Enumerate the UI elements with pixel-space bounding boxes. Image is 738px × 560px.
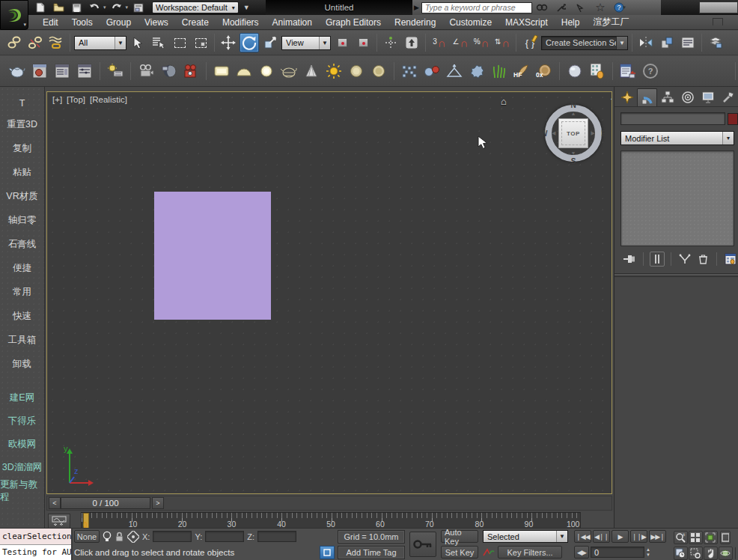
sidebar-button-unload[interactable]: 卸载 [0, 352, 44, 376]
molecule-object-button[interactable] [422, 61, 442, 81]
sphere-light-button[interactable] [257, 61, 276, 81]
zoom-button[interactable]: ± [674, 531, 688, 544]
time-tag-none-button[interactable]: None [74, 530, 100, 543]
viewcube-arrow-left-icon[interactable]: ◀ [552, 130, 555, 136]
menu-animation[interactable]: Animation [266, 16, 319, 29]
time-slider-prev-button[interactable]: < [49, 497, 61, 509]
modifier-stack[interactable] [620, 150, 734, 246]
keyboard-shortcut-override-button[interactable] [402, 33, 421, 52]
maxscript-mini-listener[interactable]: clearSelection Testing for AU( [0, 529, 73, 560]
menu-views[interactable]: Views [138, 16, 175, 29]
tab-create[interactable] [617, 88, 637, 106]
infocenter-search-input[interactable] [421, 2, 532, 13]
teapot-object-button[interactable] [279, 61, 299, 81]
menu-graph-editors[interactable]: Graph Editors [319, 16, 388, 29]
normal-align-button[interactable] [445, 61, 464, 81]
spot-light-button[interactable] [302, 61, 321, 81]
spinner-snap-toggle-button[interactable]: ⇅∩ [492, 33, 512, 52]
project-folder-button[interactable] [131, 1, 146, 13]
spinner-down-icon[interactable]: ▼ [646, 553, 650, 557]
selection-lock-toggle[interactable] [115, 531, 124, 542]
mini-curve-editor-button[interactable] [48, 514, 70, 529]
infocenter-collapse-icon[interactable]: ▶ [414, 4, 419, 11]
isolate-selection-button[interactable] [320, 546, 335, 559]
zoom-extents-button[interactable] [704, 531, 718, 544]
z-coordinate-field[interactable] [257, 531, 296, 542]
viewcube-north-label[interactable]: N [570, 101, 576, 109]
maximize-viewport-toggle-button[interactable] [735, 547, 736, 560]
time-configuration-button[interactable] [674, 547, 688, 560]
menu-help[interactable]: Help [555, 16, 587, 29]
absolute-relative-transform-toggle[interactable] [127, 531, 139, 543]
render-settings-button[interactable] [75, 61, 94, 81]
pin-stack-button[interactable] [622, 252, 637, 267]
sidebar-button-common[interactable]: 常用 [0, 280, 44, 304]
sun-light-button[interactable] [324, 61, 344, 81]
play-animation-button[interactable]: ▶ [612, 530, 629, 543]
next-frame-button[interactable]: ❘❘▶ [630, 530, 647, 543]
menu-rendering[interactable]: Rendering [388, 16, 442, 29]
show-end-result-button[interactable] [650, 252, 665, 267]
x-coordinate-field[interactable] [153, 531, 192, 542]
sphere-object-button[interactable] [565, 61, 585, 81]
reference-coordinate-dropdown[interactable]: View ▼ [281, 36, 331, 50]
object-name-field[interactable] [620, 112, 725, 125]
use-selection-center-button[interactable] [353, 33, 373, 52]
auto-key-button[interactable]: Auto Key [441, 530, 478, 543]
frame-spinner[interactable]: ▲▼ [646, 547, 650, 557]
select-and-manipulate-button[interactable] [381, 33, 400, 52]
sidebar-link-xiadele[interactable]: 下得乐 [0, 410, 44, 433]
tab-utilities[interactable] [718, 88, 738, 106]
macro-recorder-line[interactable]: clearSelection [0, 529, 71, 545]
script-editor-button[interactable] [618, 61, 638, 81]
select-and-rotate-button[interactable] [240, 33, 259, 52]
physical-camera-button[interactable] [181, 61, 201, 81]
viewport-pov-menu[interactable]: [Top] [67, 95, 85, 104]
selection-filter-dropdown[interactable]: All ▼ [74, 36, 126, 50]
select-and-link-button[interactable] [4, 33, 24, 52]
save-file-button[interactable] [69, 1, 84, 13]
select-by-name-button[interactable] [149, 33, 168, 52]
sidebar-button-toolbox[interactable]: 工具箱 [0, 328, 44, 352]
new-scene-button[interactable] [33, 1, 48, 13]
orbit-button[interactable] [719, 547, 733, 560]
sidebar-link-jiane[interactable]: 建E网 [0, 386, 44, 410]
tab-modify[interactable] [637, 88, 657, 106]
percent-snap-toggle-button[interactable]: %∩ [472, 33, 491, 52]
listener-line[interactable]: Testing for AU( [0, 545, 71, 560]
sidebar-button-copy[interactable]: 复制 [0, 136, 44, 160]
application-menu-button[interactable]: ▾ [0, 0, 28, 30]
viewcube-arrow-right-icon[interactable]: ▶ [591, 130, 595, 136]
grass-object-button[interactable] [490, 61, 509, 81]
communication-center-icon[interactable] [552, 1, 571, 14]
menu-maxscript[interactable]: MAXScript [498, 16, 555, 29]
key-filters-button[interactable]: Key Filters... [498, 546, 562, 559]
menu-edit[interactable]: Edit [36, 16, 65, 29]
help-icon[interactable]: ? ▾ [610, 1, 629, 14]
sidebar-button-convenient[interactable]: 便捷 [0, 256, 44, 280]
menu-modifiers[interactable]: Modifiers [216, 16, 266, 29]
subscription-center-icon[interactable] [571, 1, 591, 14]
spinner-up-icon[interactable]: ▲ [646, 547, 650, 552]
default-tangent-icon[interactable] [483, 547, 495, 558]
workspace-dropdown[interactable]: Workspace: Default ▾ [152, 1, 239, 13]
configure-modifier-sets-button[interactable] [723, 252, 738, 267]
key-mode-toggle-button[interactable]: ◀▶ [574, 546, 589, 559]
modifier-list-dropdown[interactable]: Modifier List ▾ [620, 131, 734, 145]
snaps-toggle-3d-button[interactable]: 3∩ [430, 33, 449, 52]
select-and-scale-button[interactable] [260, 33, 280, 52]
sidebar-button-reset-3d[interactable]: 重置3D [0, 112, 44, 136]
help-dropdown-arrow[interactable]: ▾ [623, 4, 626, 10]
window-crossing-toggle-button[interactable] [191, 33, 210, 52]
menu-tools[interactable]: Tools [65, 16, 100, 29]
sidebar-link-3dliuliu[interactable]: 3D溜溜网 [0, 456, 44, 479]
select-and-move-button[interactable] [219, 33, 238, 52]
current-frame-field[interactable]: 0 [591, 547, 644, 558]
menu-render-dream-factory[interactable]: 渲梦工厂 [586, 14, 635, 30]
sidebar-button-t[interactable]: T [0, 94, 44, 112]
plugin-help-button[interactable]: ? [641, 61, 660, 81]
teapot-render-button[interactable] [7, 61, 27, 81]
sidebar-button-pivot-zero[interactable]: 轴归零 [0, 208, 44, 232]
sidebar-button-paste[interactable]: 粘贴 [0, 160, 44, 184]
go-to-start-button[interactable]: ❘◀◀ [574, 530, 591, 543]
